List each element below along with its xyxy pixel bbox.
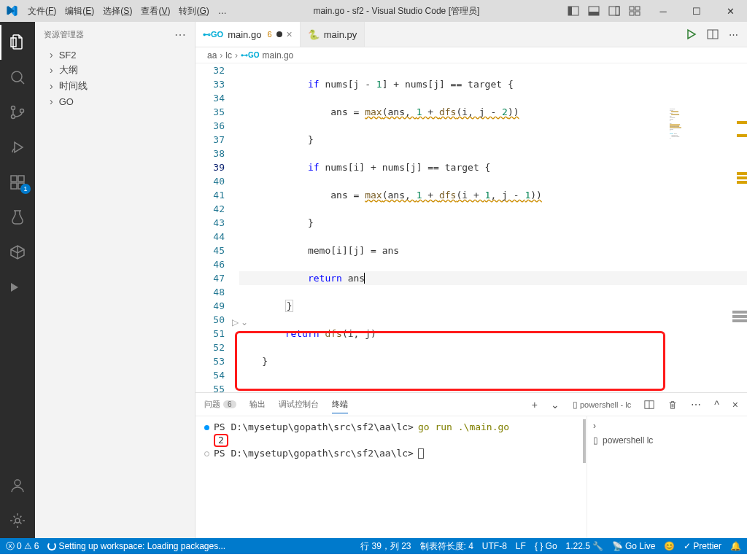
tab-dirty-icon [276,31,282,37]
activity-run-debug[interactable] [0,130,35,165]
chevron-right-icon[interactable]: › [593,421,596,431]
sidebar-item-outline[interactable]: 大纲 [35,62,195,78]
terminal-cursor [418,448,424,459]
loading-spinner-icon [47,542,56,551]
split-terminal-icon[interactable] [644,400,654,410]
editor-more-icon[interactable]: ⋯ [729,29,738,40]
activity-search[interactable] [0,60,35,95]
bottom-panel: 问题6 输出 调试控制台 终端 + ⌄ ▯ powershell - lc ⋯ … [196,392,747,538]
layout-controls [562,5,646,17]
activity-tanzu[interactable] [0,235,35,270]
svg-rect-15 [11,183,17,189]
menu-select[interactable]: 选择(S) [98,5,136,18]
breadcrumb-seg[interactable]: lc [225,50,232,61]
activity-bookmark[interactable] [0,270,35,305]
tab-close-icon[interactable]: × [287,28,293,40]
maximize-panel-icon[interactable]: ^ [714,399,719,411]
status-eol[interactable]: LF [516,541,526,551]
tab-label: main.py [324,29,357,40]
terminal-decoration-icon [204,451,209,456]
panel-tab-terminal[interactable]: 终端 [332,396,348,413]
menu-file[interactable]: 文件(F) [23,5,61,18]
breadcrumb-seg[interactable]: aa [207,50,217,61]
minimap[interactable]: ▬▬▬▬▬▬▬▬▬▬ ▬▬▬▬▬▬▬▬▬▬▬ ▬▬▬▬▬▬▬▬▬▬▬▬▬▬▬▬▬… [667,105,737,251]
scrollbar[interactable] [583,419,586,463]
maximize-button[interactable]: ☐ [680,0,713,22]
status-prettier[interactable]: ✓ Prettier [684,541,721,551]
close-panel-icon[interactable]: × [732,399,738,411]
status-go-live[interactable]: 📡 Go Live [612,541,655,551]
status-language[interactable]: { } Go [535,541,557,551]
terminal-dropdown-icon[interactable]: ⌄ [551,399,560,411]
sidebar-item-go[interactable]: GO [35,94,195,109]
svg-rect-17 [18,176,24,182]
tab-main-py[interactable]: 🐍 main.py [301,22,365,47]
activity-extensions[interactable]: 1 [0,165,35,200]
minimize-button[interactable]: ─ [646,0,680,22]
go-file-icon: ⊷GO [203,30,223,39]
svg-point-11 [12,106,15,110]
status-errors[interactable]: ⓧ 0 ⚠ 6 [6,540,39,553]
svg-rect-8 [630,12,634,15]
terminal-label: ▯ powershell - lc [573,400,631,410]
status-indentation[interactable]: 制表符长度: 4 [420,540,473,553]
svg-point-18 [15,480,20,486]
menu-more[interactable]: … [214,6,231,16]
status-go-version[interactable]: 1.22.5 🔧 [566,541,603,551]
python-file-icon: 🐍 [308,29,320,40]
activity-bar: 1 [0,22,35,538]
overview-ruler [737,105,747,392]
breadcrumb-seg[interactable]: main.go [263,50,294,61]
svg-rect-9 [635,12,640,15]
terminal-list-item[interactable]: ▯powershell lc [593,435,741,446]
tab-warning-count: 6 [267,30,271,39]
activity-account[interactable] [0,468,35,503]
status-notifications-icon[interactable]: 🔔 [730,541,741,551]
toggle-primary-sidebar-icon[interactable] [568,5,579,17]
sidebar-header: 资源管理器 ⋯ [35,22,195,47]
editor-tabs: ⊷GO main.go 6 × 🐍 main.py ⋯ [196,22,747,47]
window-controls: ─ ☐ ✕ [646,0,747,22]
sidebar-more-icon[interactable]: ⋯ [174,28,186,42]
svg-rect-5 [616,7,619,15]
svg-rect-6 [630,7,634,10]
panel-tab-output[interactable]: 输出 [249,396,266,413]
code-editor[interactable]: 3233343536373839404142434445464748495051… [196,63,747,392]
panel-more-icon[interactable]: ⋯ [691,399,701,411]
sidebar-title: 资源管理器 [44,29,84,40]
new-terminal-icon[interactable]: + [532,399,538,411]
panel-tab-debug[interactable]: 调试控制台 [279,396,319,413]
run-icon[interactable] [685,28,697,40]
tab-main-go[interactable]: ⊷GO main.go 6 × [196,22,301,47]
svg-point-19 [15,518,20,523]
menu-goto[interactable]: 转到(G) [174,5,213,18]
status-cursor-pos[interactable]: 行 39，列 23 [360,540,411,553]
activity-testing[interactable] [0,200,35,235]
customize-layout-icon[interactable] [629,5,640,17]
tab-label: main.go [228,29,261,40]
breadcrumb[interactable]: aa› lc› ⊷GO main.go [196,47,747,63]
run-code-lens[interactable]: ▷ ⌄ [232,317,248,327]
terminal[interactable]: PS D:\mysetup\gopath\src\sf2\aa\lc> go r… [196,416,587,538]
menu-view[interactable]: 查看(V) [136,5,174,18]
sidebar-item-sf2[interactable]: SF2 [35,47,195,62]
menu-edit[interactable]: 编辑(E) [61,5,98,18]
panel-tab-problems[interactable]: 问题6 [204,396,236,413]
sidebar-item-timeline[interactable]: 时间线 [35,78,195,94]
activity-source-control[interactable] [0,95,35,130]
svg-rect-4 [609,7,619,15]
status-encoding[interactable]: UTF-8 [482,541,507,551]
toggle-secondary-sidebar-icon[interactable] [608,5,620,17]
status-loading[interactable]: Setting up workspace: Loading packages..… [47,541,225,551]
activity-settings[interactable] [0,503,35,538]
kill-terminal-icon[interactable] [667,400,678,410]
svg-rect-14 [11,176,17,182]
close-button[interactable]: ✕ [713,0,747,22]
svg-rect-3 [589,12,599,15]
toggle-panel-icon[interactable] [588,5,600,17]
svg-rect-1 [568,7,572,15]
extensions-badge: 1 [20,184,31,194]
status-feedback[interactable]: 😊 [664,541,675,551]
activity-explorer[interactable] [0,25,35,60]
split-editor-icon[interactable] [707,28,719,40]
